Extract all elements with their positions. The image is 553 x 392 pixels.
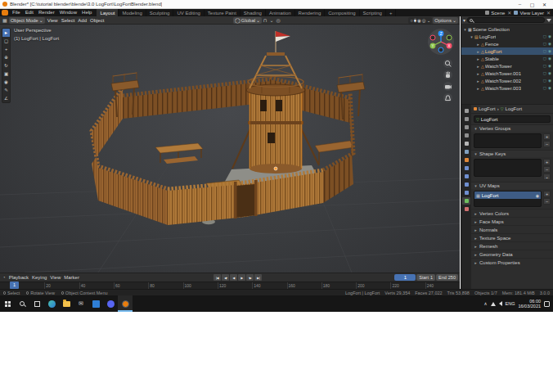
close-button[interactable]: ✕ — [538, 0, 551, 9]
hide-in-viewport-icon[interactable]: ▢ — [543, 42, 546, 46]
tab-rendering[interactable]: Rendering — [295, 9, 326, 16]
hide-in-viewport-icon[interactable]: ▢ — [543, 49, 546, 53]
outliner-object-logfort[interactable]: ▸ △ LogFort ▢ ◉ — [461, 47, 553, 55]
taskbar-clock[interactable]: 06:00 16/03/2021 — [518, 299, 541, 309]
snap-magnet-icon[interactable]: U — [263, 18, 268, 23]
tool-transform[interactable]: ◉ — [2, 78, 10, 86]
taskbar-search-button[interactable] — [15, 295, 29, 312]
tab-scripting[interactable]: Scripting — [360, 9, 386, 16]
photos-button[interactable] — [88, 295, 103, 312]
tool-annotate[interactable]: ✎ — [2, 86, 10, 94]
disable-in-render-icon[interactable]: ◉ — [548, 86, 551, 90]
topbar-menu-item[interactable]: Edit — [23, 9, 36, 16]
language-indicator[interactable]: ENG — [506, 301, 515, 306]
properties-section-row[interactable]: ▸ Face Maps — [471, 217, 553, 225]
tool-scale[interactable]: ▣ — [2, 70, 10, 78]
hide-in-viewport-icon[interactable]: ▢ — [543, 71, 546, 75]
timeline-menu-item[interactable]: View — [48, 275, 62, 280]
timeline-menu-item[interactable]: Playback — [7, 275, 30, 280]
viewport-menu-item[interactable]: Object — [88, 18, 106, 23]
tab-world-properties[interactable] — [462, 148, 470, 155]
tab-layout[interactable]: Layout — [97, 9, 119, 16]
remove-uv-map-button[interactable]: − — [543, 198, 551, 205]
tool-rotate[interactable]: ↻ — [2, 61, 10, 70]
uv-map-row[interactable]: ▦ LogFort ◉ — [474, 191, 541, 199]
tab-object-data-properties[interactable] — [462, 197, 470, 205]
rendered-shading-button[interactable]: ◎ — [422, 18, 426, 23]
frame-end-field[interactable]: End250 — [436, 274, 458, 281]
tab-view-layer-properties[interactable] — [462, 132, 470, 139]
jump-to-start-button[interactable]: |◀ — [214, 274, 221, 281]
add-vertex-group-button[interactable]: + — [543, 133, 551, 140]
section-vertex-groups[interactable]: ▾ Vertex Groups — [471, 124, 553, 132]
wireframe-shading-button[interactable]: ○ — [410, 18, 412, 23]
jump-to-end-button[interactable]: ▶| — [254, 274, 262, 281]
add-workspace-button[interactable]: + — [386, 9, 397, 16]
disclosure-icon[interactable]: ▸ — [476, 71, 480, 76]
mode-dropdown[interactable]: Object Mode ⌄ — [9, 17, 45, 24]
disable-in-render-icon[interactable]: ◉ — [548, 42, 551, 46]
properties-section-row[interactable]: ▸ Custom Properties — [471, 258, 553, 266]
blender-app-icon[interactable] — [2, 10, 8, 16]
outliner-object-watchtower-003[interactable]: ▸ △ WatchTower.003 ▢ ◉ — [461, 84, 553, 92]
tab-modifier-properties[interactable] — [462, 164, 470, 172]
tab-animation[interactable]: Animation — [266, 9, 295, 16]
file-explorer-button[interactable] — [59, 295, 74, 312]
disable-in-render-icon[interactable]: ◉ — [548, 64, 551, 68]
volume-icon[interactable] — [499, 301, 502, 306]
timeline-editor-icon[interactable]: ◔ — [2, 275, 7, 280]
properties-section-row[interactable]: ▸ Geometry Data — [471, 250, 553, 258]
disclosure-icon[interactable]: ▸ — [476, 49, 480, 54]
disable-in-render-icon[interactable]: ◉ — [548, 71, 551, 75]
outliner-object-watchtower[interactable]: ▸ △ WatchTower ▢ ◉ — [461, 62, 553, 70]
viewport-menu-item[interactable]: Add — [76, 18, 88, 23]
jump-next-keyframe-button[interactable]: •▶ — [246, 274, 254, 281]
uv-maps-list[interactable]: ▦ LogFort ◉ — [474, 191, 542, 207]
scene-selector[interactable]: Scene — [491, 11, 505, 16]
hide-in-viewport-icon[interactable]: ▢ — [543, 64, 546, 68]
expand-icon[interactable]: ▾ — [474, 151, 478, 156]
notification-center-icon[interactable] — [544, 301, 550, 307]
disclosure-icon[interactable]: ▾ — [463, 27, 467, 32]
outliner-editor-icon[interactable]: ▾ — [463, 17, 465, 23]
minimize-button[interactable]: – — [514, 0, 526, 9]
topbar-menu-item[interactable]: Window — [57, 9, 79, 16]
breadcrumb-data[interactable]: LogFort — [506, 106, 523, 111]
section-shape-keys[interactable]: ▾ Shape Keys — [471, 150, 553, 157]
material-shading-button[interactable]: ◉ — [417, 18, 421, 23]
expand-icon[interactable]: ▾ — [474, 126, 478, 131]
tool-select-tweak[interactable]: ► — [2, 29, 10, 37]
topbar-menu-item[interactable]: File — [10, 9, 23, 16]
tab-shading[interactable]: Shading — [241, 9, 266, 16]
topbar-menu-item[interactable]: Help — [79, 9, 94, 16]
remove-view-layer-icon[interactable]: ✕ — [546, 10, 551, 16]
hide-in-viewport-icon[interactable]: ▢ — [543, 79, 546, 83]
tray-expand-icon[interactable]: ∧ — [484, 301, 488, 306]
maximize-button[interactable]: ▢ — [526, 0, 538, 9]
tab-constraint-properties[interactable] — [462, 189, 470, 196]
expand-icon[interactable]: ▾ — [474, 183, 478, 188]
viewport-menu-item[interactable]: View — [46, 18, 60, 23]
remove-vertex-group-button[interactable]: − — [543, 141, 551, 147]
perspective-toggle-icon[interactable] — [443, 93, 452, 102]
data-name-field[interactable]: ▽ LogFort — [474, 115, 551, 123]
edge-button[interactable] — [44, 295, 59, 312]
outliner-search-input[interactable] — [467, 17, 545, 23]
mail-button[interactable]: ✉ — [74, 295, 88, 312]
disclosure-icon[interactable]: ▸ — [476, 64, 480, 69]
options-dropdown[interactable]: Options ⌄ — [433, 17, 458, 24]
properties-section-row[interactable]: ▸ Texture Space — [471, 233, 553, 241]
disable-in-render-icon[interactable]: ◉ — [548, 34, 551, 38]
tab-modeling[interactable]: Modeling — [119, 9, 146, 16]
breadcrumb-object[interactable]: LogFort — [479, 106, 496, 111]
disclosure-icon[interactable]: ▸ — [476, 79, 480, 83]
pan-hand-icon[interactable] — [443, 70, 452, 79]
outliner-object-watchtower-001[interactable]: ▸ △ WatchTower.001 ▢ ◉ — [461, 70, 553, 77]
zoom-icon[interactable] — [443, 59, 452, 68]
solid-shading-button[interactable]: ● — [414, 18, 416, 23]
add-uv-map-button[interactable]: + — [543, 191, 551, 197]
jump-prev-keyframe-button[interactable]: ◀• — [222, 274, 229, 281]
filter-funnel-icon[interactable] — [546, 19, 551, 22]
section-uv-maps[interactable]: ▾ UV Maps — [471, 182, 553, 189]
outliner-object-fence[interactable]: ▸ △ Fence ▢ ◉ — [461, 40, 553, 47]
